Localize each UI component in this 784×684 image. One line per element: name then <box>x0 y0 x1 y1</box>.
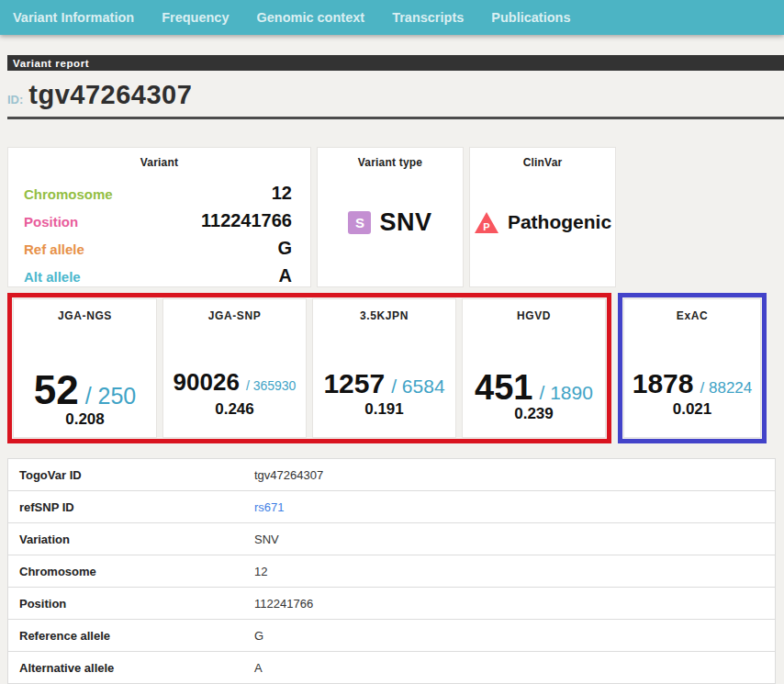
dataset-name: ExAC <box>624 299 760 322</box>
variant-summary-card: Variant Chromosome 12 Position 112241766… <box>7 147 311 287</box>
row-value: A <box>254 661 263 675</box>
clinvar-card: ClinVar P Pathogenic <box>469 147 616 287</box>
frequency-cards-row: JGA-NGS 52 / 250 0.208 JGA-SNP 90026 / 3… <box>7 293 784 443</box>
variant-row-position: Position 112241766 <box>24 210 292 231</box>
report-header-label: Variant report <box>7 58 89 69</box>
allele-frequency: 0.208 <box>14 410 156 447</box>
allele-frequency: 0.239 <box>463 405 605 442</box>
total-allele-count: / 88224 <box>700 380 753 396</box>
allele-frequency: 0.246 <box>163 400 306 437</box>
alt-allele-value: A <box>279 265 292 286</box>
total-allele-count: / 1890 <box>540 383 593 402</box>
refsnp-link[interactable]: rs671 <box>254 500 285 514</box>
variant-type-card: Variant type S SNV <box>317 147 464 287</box>
tab-frequency[interactable]: Frequency <box>162 10 229 25</box>
table-row-chromosome: Chromosome 12 <box>8 555 775 588</box>
alt-allele-count: 90026 <box>174 370 240 394</box>
row-label: Variation <box>8 533 254 546</box>
snv-badge-icon: S <box>348 211 371 234</box>
variant-type-value: SNV <box>379 208 431 237</box>
allele-frequency: 0.021 <box>624 400 760 437</box>
row-label: Reference allele <box>8 629 254 643</box>
dataset-name: HGVD <box>463 299 605 322</box>
tab-variant-information[interactable]: Variant Information <box>13 10 134 25</box>
row-value: SNV <box>254 533 279 546</box>
variant-id: tgv47264307 <box>28 80 192 110</box>
alt-allele-count: 451 <box>475 370 532 405</box>
dataset-name: JGA-NGS <box>14 299 156 322</box>
alt-allele-count: 1878 <box>633 370 694 398</box>
pathogenic-triangle-icon: P <box>474 211 499 234</box>
variant-details-table: TogoVar ID tgv47264307 refSNP ID rs671 V… <box>7 458 776 684</box>
row-value: 112241766 <box>254 597 313 611</box>
svg-text:P: P <box>483 221 489 232</box>
id-label: ID: <box>7 93 23 107</box>
row-label: Position <box>8 597 254 611</box>
tab-transcripts[interactable]: Transcripts <box>392 10 464 25</box>
dataset-name: JGA-SNP <box>163 299 306 322</box>
variant-row-ref-allele: Ref allele G <box>24 238 292 259</box>
row-label: TogoVar ID <box>8 468 254 482</box>
position-value: 112241766 <box>201 210 292 231</box>
total-allele-count: / 6584 <box>391 376 444 396</box>
table-row-variation: Variation SNV <box>8 523 775 555</box>
allele-counts: 1257 / 6584 <box>313 322 455 400</box>
ref-allele-value: G <box>277 238 292 259</box>
ref-allele-label: Ref allele <box>24 241 84 257</box>
table-row-alternative-allele: Alternative allele A <box>8 652 775 684</box>
report-header-bar: Variant report <box>7 55 784 71</box>
jga-highlight-frame: JGA-NGS 52 / 250 0.208 JGA-SNP 90026 / 3… <box>7 293 611 443</box>
row-value: 12 <box>254 565 267 578</box>
dataset-name: 3.5KJPN <box>313 299 455 322</box>
freq-card-exac: ExAC 1878 / 88224 0.021 <box>623 298 761 438</box>
variant-row-chromosome: Chromosome 12 <box>24 183 292 204</box>
variant-type-title: Variant type <box>318 148 463 169</box>
allele-counts: 52 / 250 <box>14 322 156 410</box>
page-title: ID: tgv47264307 <box>7 80 784 110</box>
row-value: G <box>254 629 263 643</box>
total-allele-count: / 365930 <box>246 379 297 392</box>
top-nav: Variant Information Frequency Genomic co… <box>0 0 784 35</box>
chromosome-value: 12 <box>272 183 292 204</box>
freq-card-jga-snp: JGA-SNP 90026 / 365930 0.246 <box>162 298 307 438</box>
alt-allele-label: Alt allele <box>24 269 81 285</box>
row-value: tgv47264307 <box>254 468 323 482</box>
row-label: refSNP ID <box>8 500 254 514</box>
clinvar-content: P Pathogenic <box>470 169 615 286</box>
clinvar-value: Pathogenic <box>508 211 611 233</box>
alt-allele-count: 1257 <box>323 370 385 398</box>
allele-counts: 1878 / 88224 <box>624 322 760 400</box>
summary-cards-row: Variant Chromosome 12 Position 112241766… <box>7 147 784 287</box>
freq-card-jga-ngs: JGA-NGS 52 / 250 0.208 <box>13 298 157 438</box>
allele-frequency: 0.191 <box>313 400 455 437</box>
alt-allele-count: 52 <box>34 370 79 410</box>
row-label: Alternative allele <box>8 661 254 675</box>
variant-rows: Chromosome 12 Position 112241766 Ref all… <box>8 169 310 286</box>
position-label: Position <box>24 214 78 230</box>
allele-counts: 451 / 1890 <box>463 322 605 405</box>
title-divider <box>7 117 784 119</box>
table-row-togovar-id: TogoVar ID tgv47264307 <box>8 459 775 491</box>
tab-publications[interactable]: Publications <box>491 10 570 25</box>
table-row-position: Position 112241766 <box>8 588 775 620</box>
freq-card-hgvd: HGVD 451 / 1890 0.239 <box>462 298 606 438</box>
chromosome-label: Chromosome <box>24 186 113 202</box>
variant-type-content: S SNV <box>318 169 463 286</box>
table-row-reference-allele: Reference allele G <box>8 620 775 652</box>
allele-counts: 90026 / 365930 <box>163 322 306 400</box>
freq-card-35kjpn: 3.5KJPN 1257 / 6584 0.191 <box>312 298 456 438</box>
total-allele-count: / 250 <box>85 385 137 408</box>
tab-genomic-context[interactable]: Genomic context <box>256 10 364 25</box>
variant-card-title: Variant <box>8 148 310 169</box>
table-row-refsnp-id: refSNP ID rs671 <box>8 491 775 523</box>
row-label: Chromosome <box>8 565 254 578</box>
clinvar-title: ClinVar <box>470 148 615 169</box>
exac-highlight-frame: ExAC 1878 / 88224 0.021 <box>618 293 767 443</box>
variant-row-alt-allele: Alt allele A <box>24 265 292 286</box>
